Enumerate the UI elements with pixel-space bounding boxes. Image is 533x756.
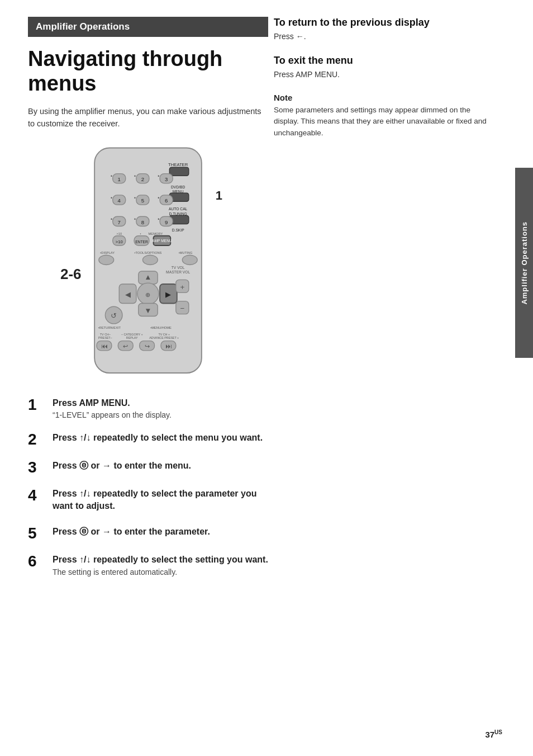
- svg-text:MASTER VOL: MASTER VOL: [166, 270, 190, 274]
- svg-text:↩: ↩: [123, 343, 128, 349]
- step-6-title: Press ↑/↓ repeatedly to select the setti…: [53, 554, 268, 566]
- step-2-content: Press ↑/↓ repeatedly to select the menu …: [53, 432, 268, 446]
- svg-text:+: +: [180, 282, 184, 291]
- exit-menu-text: Press AMP MENU.: [274, 69, 492, 81]
- note-text: Some parameters and settings may appear …: [274, 105, 492, 139]
- callout-1: 1: [216, 188, 222, 203]
- svg-text:▶: ▶: [165, 290, 171, 299]
- step-1-content: Press AMP MENU. “1-LEVEL” appears on the…: [53, 397, 268, 420]
- svg-text:MEMORY: MEMORY: [149, 232, 163, 235]
- svg-text:⏭: ⏭: [165, 343, 172, 349]
- step-2: 2 Press ↑/↓ repeatedly to select the men…: [28, 432, 268, 447]
- page-number: 37US: [485, 729, 502, 739]
- svg-text:ENTER: ENTER: [135, 240, 148, 244]
- step-4-content: Press ↑/↓ repeatedly to select the param…: [53, 488, 268, 513]
- section-label: Amplifier Operations: [28, 17, 268, 37]
- svg-text:6: 6: [165, 197, 168, 204]
- svg-text:•MENU/HOME: •MENU/HOME: [150, 326, 172, 329]
- svg-text:•: •: [140, 232, 141, 235]
- svg-text:9: 9: [165, 219, 168, 225]
- svg-text:7: 7: [118, 219, 121, 225]
- svg-text:•RETURN/EXIT: •RETURN/EXIT: [98, 326, 121, 329]
- step-3-content: Press ⓔ or → to enter the menu.: [53, 460, 268, 474]
- svg-text:4: 4: [118, 197, 121, 204]
- note-section: Note Some parameters and settings may ap…: [274, 93, 492, 139]
- svg-text:5: 5: [141, 197, 144, 204]
- svg-text:2: 2: [141, 176, 144, 182]
- svg-text:REPLAY: REPLAY: [126, 336, 138, 339]
- page: Amplifier Operations Amplifier Operation…: [0, 0, 533, 756]
- svg-text:•: •: [134, 173, 136, 179]
- step-6: 6 Press ↑/↓ repeatedly to select the set…: [28, 554, 268, 577]
- svg-text:3: 3: [165, 176, 168, 182]
- svg-text:↪: ↪: [145, 343, 150, 349]
- step-5-num: 5: [28, 526, 47, 541]
- step-4-title: Press ↑/↓ repeatedly to select the param…: [53, 488, 268, 512]
- svg-text:•: •: [111, 216, 112, 222]
- prev-display-section: To return to the previous display Press …: [274, 17, 492, 42]
- svg-text:⏮: ⏮: [101, 343, 107, 349]
- step-5-content: Press ⓔ or → to enter the parameter.: [53, 526, 268, 540]
- svg-text:•TOOLS/OPTIONS: •TOOLS/OPTIONS: [135, 251, 162, 254]
- step-6-content: Press ↑/↓ repeatedly to select the setti…: [53, 554, 268, 577]
- svg-rect-51: [99, 255, 114, 264]
- step-3-num: 3: [28, 460, 47, 475]
- svg-text:•: •: [158, 216, 159, 222]
- callout-2-6: 2-6: [60, 266, 82, 283]
- step-4-num: 4: [28, 488, 47, 503]
- svg-text:TV VOL: TV VOL: [172, 266, 185, 270]
- step-3: 3 Press ⓔ or → to enter the menu.: [28, 460, 268, 475]
- exit-menu-title: To exit the menu: [274, 55, 492, 67]
- svg-text:1: 1: [118, 176, 121, 182]
- svg-text:•DISPLAY: •DISPLAY: [100, 251, 115, 254]
- prev-display-title: To return to the previous display: [274, 17, 492, 29]
- svg-text:D.SKIP: D.SKIP: [172, 228, 184, 232]
- svg-text:▼: ▼: [144, 306, 151, 315]
- svg-text:•: •: [158, 195, 159, 200]
- remote-image-container: 1 2-6 THEATER • 1 • 2 • 3 DVD/B: [84, 143, 212, 380]
- page-title: Navigating through menus: [28, 47, 268, 96]
- svg-text:THEATER: THEATER: [168, 162, 188, 167]
- svg-text:AUTO CAL: AUTO CAL: [169, 207, 188, 211]
- left-column: Amplifier Operations Navigating through …: [28, 17, 268, 589]
- step-6-num: 6: [28, 554, 47, 569]
- step-5-title: Press ⓔ or → to enter the parameter.: [53, 526, 268, 538]
- right-column: To return to the previous display Press …: [274, 17, 492, 139]
- svg-text:⊕: ⊕: [146, 291, 151, 298]
- side-tab: Amplifier Operations: [515, 168, 533, 358]
- svg-text:•: •: [134, 216, 136, 222]
- svg-text:▲: ▲: [144, 273, 151, 281]
- step-4: 4 Press ↑/↓ repeatedly to select the par…: [28, 488, 268, 513]
- step-1: 1 Press AMP MENU. “1-LEVEL” appears on t…: [28, 397, 268, 420]
- step-1-num: 1: [28, 397, 47, 413]
- svg-text:↺: ↺: [111, 311, 117, 320]
- step-3-title: Press ⓔ or → to enter the menu.: [53, 460, 268, 472]
- svg-rect-2: [169, 167, 188, 176]
- exit-menu-section: To exit the menu Press AMP MENU.: [274, 55, 492, 81]
- note-title: Note: [274, 93, 492, 102]
- step-1-title: Press AMP MENU.: [53, 397, 268, 409]
- svg-rect-53: [182, 255, 197, 264]
- svg-text:>10: >10: [116, 232, 122, 235]
- svg-rect-52: [142, 255, 158, 264]
- step-1-sub: “1-LEVEL” appears on the display.: [53, 410, 268, 419]
- svg-text:8: 8: [141, 219, 144, 225]
- svg-text:ADVANCE PRESET +: ADVANCE PRESET +: [149, 336, 179, 339]
- svg-text:•: •: [158, 173, 159, 179]
- svg-text:−: −: [180, 304, 184, 313]
- svg-text:•: •: [134, 195, 136, 200]
- intro-text: By using the amplifier menus, you can ma…: [28, 106, 268, 130]
- svg-text:>10: >10: [116, 239, 123, 244]
- side-tab-label: Amplifier Operations: [520, 221, 529, 305]
- svg-text:•: •: [111, 195, 112, 200]
- svg-text:◀: ◀: [125, 290, 131, 299]
- svg-text:•: •: [111, 173, 112, 179]
- steps-list: 1 Press AMP MENU. “1-LEVEL” appears on t…: [28, 397, 268, 577]
- step-2-title: Press ↑/↓ repeatedly to select the menu …: [53, 432, 268, 444]
- svg-text:•MUTING: •MUTING: [179, 251, 193, 254]
- step-2-num: 2: [28, 432, 47, 447]
- prev-display-text: Press ←.: [274, 31, 492, 42]
- step-6-sub: The setting is entered automatically.: [53, 568, 268, 577]
- step-5: 5 Press ⓔ or → to enter the parameter.: [28, 526, 268, 541]
- remote-svg: THEATER • 1 • 2 • 3 DVD/BD MENU • 4: [84, 143, 212, 379]
